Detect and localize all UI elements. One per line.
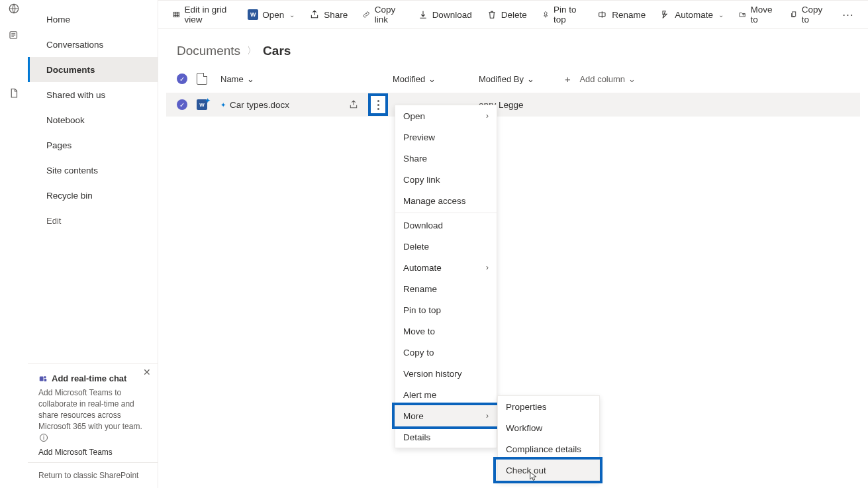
label: Delete xyxy=(501,10,527,20)
copyto-button[interactable]: Copy to xyxy=(785,1,830,28)
sub-workflow[interactable]: Workflow xyxy=(498,417,599,438)
download-button[interactable]: Download xyxy=(413,6,477,23)
ctx-details[interactable]: Details xyxy=(395,426,497,448)
app-rail xyxy=(0,0,28,488)
add-teams-link[interactable]: Add Microsoft Teams xyxy=(38,447,147,458)
select-all-check-icon[interactable]: ✓ xyxy=(177,73,187,84)
moveto-button[interactable]: Move to xyxy=(734,1,779,28)
sidebar-item-documents[interactable]: Documents xyxy=(28,57,158,82)
teams-promo-title: Add real-time chat xyxy=(38,373,147,385)
breadcrumb-root[interactable]: Documents xyxy=(177,44,240,58)
breadcrumb-leaf: Cars xyxy=(263,44,291,58)
info-icon[interactable]: i xyxy=(40,434,48,442)
svg-rect-5 xyxy=(173,12,179,17)
teams-icon xyxy=(38,374,48,383)
sidebar-item-recyclebin[interactable]: Recycle bin xyxy=(28,183,158,208)
sidebar-item-sitecontents[interactable]: Site contents xyxy=(28,158,158,183)
chevron-down-icon: ⌄ xyxy=(527,74,534,84)
rename-icon xyxy=(597,9,608,20)
sidebar-edit-link[interactable]: Edit xyxy=(28,208,158,233)
rename-button[interactable]: Rename xyxy=(593,6,650,23)
ctx-more[interactable]: More› xyxy=(395,405,497,426)
ctx-download[interactable]: Download xyxy=(395,215,497,236)
label: Edit in grid view xyxy=(184,5,233,24)
separator xyxy=(395,213,497,213)
sidebar: Home Conversations Documents Shared with… xyxy=(28,0,158,488)
ctx-copyto[interactable]: Copy to xyxy=(395,342,497,363)
ctx-rename[interactable]: Rename xyxy=(395,278,497,299)
share-icon[interactable] xyxy=(348,99,359,110)
ctx-preview[interactable]: Preview xyxy=(395,126,497,148)
overflow-button[interactable]: ··· xyxy=(838,7,859,23)
page-icon[interactable] xyxy=(8,87,20,102)
label: Add real-time chat xyxy=(52,373,126,385)
file-name: Car types.docx xyxy=(230,100,289,110)
label: Rename xyxy=(612,10,646,20)
label: Copy to xyxy=(802,5,826,24)
chevron-down-icon: ⌄ xyxy=(428,74,436,84)
sidebar-item-home[interactable]: Home xyxy=(28,7,158,32)
ctx-copylink[interactable]: Copy link xyxy=(395,169,497,190)
svg-rect-7 xyxy=(792,12,795,17)
ctx-pintotop[interactable]: Pin to top xyxy=(395,299,497,320)
newspaper-icon[interactable] xyxy=(8,29,20,44)
ctx-automate[interactable]: Automate› xyxy=(395,257,497,278)
add-column-button[interactable]: + Add column⌄ xyxy=(565,73,697,85)
cursor-icon xyxy=(530,471,538,482)
share-button[interactable]: Share xyxy=(305,6,352,23)
label: Documents xyxy=(46,65,95,75)
sub-compliance[interactable]: Compliance details xyxy=(498,438,599,460)
chevron-right-icon: › xyxy=(486,111,489,121)
row-more-actions-button[interactable] xyxy=(368,93,388,116)
ctx-delete[interactable]: Delete xyxy=(395,236,497,257)
ctx-alertme[interactable]: Alert me xyxy=(395,384,497,405)
context-menu: Open› Preview Share Copy link Manage acc… xyxy=(395,105,497,448)
label: Edit xyxy=(46,216,61,226)
trash-icon xyxy=(487,9,497,20)
filetype-column-icon xyxy=(197,73,220,85)
ctx-moveto[interactable]: Move to xyxy=(395,320,497,342)
row-selected-check-icon[interactable]: ✓ xyxy=(177,99,187,110)
teams-promo-body: Add Microsoft Teams to collaborate in re… xyxy=(38,387,147,443)
automate-button[interactable]: Automate ⌄ xyxy=(655,6,728,23)
flow-icon xyxy=(660,9,671,20)
delete-button[interactable]: Delete xyxy=(482,6,532,23)
globe-icon[interactable] xyxy=(8,3,20,17)
sub-properties[interactable]: Properties xyxy=(498,396,599,417)
sub-checkout[interactable]: Check out xyxy=(498,460,599,481)
column-modifiedby[interactable]: Modified By⌄ xyxy=(479,74,565,84)
label: Automate xyxy=(675,10,713,20)
command-bar: Edit in grid view W Open ⌄ Share Copy li… xyxy=(158,1,868,29)
column-name[interactable]: Name⌄ xyxy=(220,74,393,84)
table-row[interactable]: ✓ W✦ ✦ Car types.docx enry Legge xyxy=(166,93,860,117)
edit-grid-button[interactable]: Edit in grid view xyxy=(168,1,238,28)
ctx-open[interactable]: Open› xyxy=(395,105,497,126)
chevron-down-icon: ⌄ xyxy=(247,74,254,84)
ctx-versionhistory[interactable]: Version history xyxy=(395,363,497,384)
sidebar-item-pages[interactable]: Pages xyxy=(28,132,158,158)
label: Open xyxy=(262,10,284,20)
chevron-right-icon: › xyxy=(486,263,489,272)
open-button[interactable]: W Open ⌄ xyxy=(243,6,299,23)
word-icon: W xyxy=(248,9,258,20)
return-classic-link[interactable]: Return to classic SharePoint xyxy=(28,462,158,488)
label: Notebook xyxy=(46,115,85,125)
chevron-down-icon: ⌄ xyxy=(289,11,295,19)
sidebar-item-conversations[interactable]: Conversations xyxy=(28,32,158,57)
link-icon xyxy=(362,9,370,20)
ctx-share[interactable]: Share xyxy=(395,148,497,169)
sidebar-item-notebook[interactable]: Notebook xyxy=(28,107,158,132)
moveto-icon xyxy=(738,9,746,20)
sidebar-item-sharedwithus[interactable]: Shared with us xyxy=(28,82,158,107)
label: Recycle bin xyxy=(46,191,93,201)
copylink-button[interactable]: Copy link xyxy=(358,1,407,28)
file-list: ✓ Name⌄ Modified⌄ Modified By⌄ + Add col… xyxy=(158,65,868,117)
chevron-right-icon: 〉 xyxy=(247,45,256,57)
close-icon[interactable]: ✕ xyxy=(143,366,151,379)
label: Conversations xyxy=(46,40,103,50)
pintotop-button[interactable]: Pin to top xyxy=(537,1,588,28)
column-modified[interactable]: Modified⌄ xyxy=(393,74,479,84)
svg-rect-2 xyxy=(40,377,44,381)
context-submenu-more: Properties Workflow Compliance details C… xyxy=(497,395,600,481)
ctx-manageaccess[interactable]: Manage access xyxy=(395,190,497,211)
